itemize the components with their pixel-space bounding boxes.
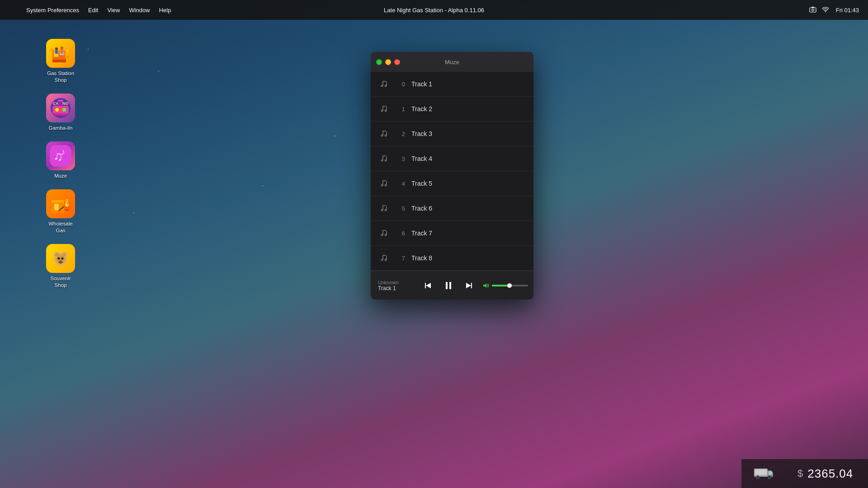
rain-dot (262, 185, 263, 186)
track-item[interactable]: 2 Track 3 (371, 122, 533, 146)
track-item[interactable]: 0 Track 1 (371, 72, 533, 97)
svg-rect-12 (55, 50, 58, 54)
svg-rect-28 (52, 200, 64, 202)
menubar-right: Fri 01:43 (809, 0, 861, 20)
svg-rect-31 (66, 199, 68, 203)
svg-marker-91 (426, 283, 431, 288)
svg-point-69 (385, 184, 387, 187)
window-close-btn[interactable] (394, 59, 400, 65)
track-item[interactable]: 3 Track 4 (371, 146, 533, 171)
track-list[interactable]: 0 Track 1 1 Track 2 (371, 72, 533, 271)
money-sign-icon: $ (797, 468, 803, 479)
muze-window-title: Muze (445, 59, 459, 66)
svg-point-72 (381, 209, 383, 211)
track-number: 3 (398, 155, 405, 162)
svg-rect-21 (54, 113, 67, 116)
menu-window[interactable]: Window (124, 0, 154, 20)
now-playing-track: Track 1 (378, 285, 414, 291)
apple-menu-icon[interactable] (7, 5, 17, 15)
souvenir-shop-icon (46, 244, 75, 273)
svg-rect-61 (382, 155, 386, 156)
svg-marker-96 (483, 283, 486, 288)
volume-knob[interactable] (507, 283, 512, 288)
music-note-icon (377, 151, 392, 166)
svg-rect-0 (810, 8, 816, 12)
svg-rect-92 (446, 282, 448, 289)
next-btn[interactable] (461, 277, 477, 294)
track-name: Track 2 (411, 105, 432, 113)
svg-point-84 (385, 259, 387, 261)
rain-dot (158, 70, 159, 71)
window-maximize-btn[interactable] (376, 59, 382, 65)
track-number: 1 (398, 106, 405, 113)
pause-btn[interactable] (440, 277, 457, 294)
svg-rect-46 (382, 81, 386, 82)
clock: Fri 01:43 (834, 0, 861, 20)
volume-fill (492, 285, 508, 286)
svg-point-43 (55, 253, 59, 257)
desktop-icon-souvenir-shop[interactable]: SouvenirShop (41, 241, 80, 291)
music-note-icon (377, 201, 392, 216)
screenshot-icon[interactable] (809, 6, 817, 14)
rain-dot (335, 136, 335, 136)
track-item[interactable]: 7 Track 8 (371, 246, 533, 271)
track-number: 4 (398, 180, 405, 187)
muze-titlebar: Muze (371, 52, 533, 72)
music-note-icon (377, 127, 392, 141)
truck-icon (754, 465, 774, 483)
svg-rect-56 (382, 131, 386, 131)
wifi-icon[interactable] (821, 6, 830, 14)
souvenir-shop-label: SouvenirShop (50, 275, 71, 289)
svg-point-39 (58, 257, 60, 259)
svg-point-100 (757, 476, 759, 478)
svg-marker-90 (425, 283, 426, 288)
menu-help[interactable]: Help (155, 0, 176, 20)
track-item[interactable]: 5 Track 6 (371, 196, 533, 221)
svg-point-44 (62, 253, 66, 257)
track-number: 6 (398, 230, 405, 237)
svg-text:♪: ♪ (61, 147, 65, 157)
window-title: Late Night Gas Station - Alpha 0.11.06 (384, 7, 484, 14)
gamba-lin-label: Gamba-lin (48, 125, 72, 131)
track-name: Track 7 (411, 230, 432, 237)
track-name: Track 8 (411, 254, 432, 262)
track-item[interactable]: 4 Track 5 (371, 171, 533, 196)
svg-point-59 (385, 135, 387, 137)
music-note-icon (377, 251, 392, 265)
track-item[interactable]: 6 Track 7 (371, 221, 533, 246)
svg-rect-51 (382, 106, 386, 107)
track-number: 5 (398, 205, 405, 212)
gas-station-shop-icon (46, 39, 75, 68)
svg-point-47 (381, 85, 383, 87)
menu-view[interactable]: View (103, 0, 124, 20)
window-minimize-btn[interactable] (385, 59, 391, 65)
prev-btn[interactable] (420, 277, 436, 294)
desktop-icon-wholesale-gas[interactable]: WholesaleGas (41, 187, 80, 237)
track-name: Track 4 (411, 155, 432, 162)
track-number: 2 (398, 131, 405, 137)
volume-bar[interactable] (492, 285, 528, 286)
volume-control[interactable] (483, 282, 528, 289)
track-item[interactable]: 1 Track 2 (371, 97, 533, 122)
svg-point-54 (385, 110, 387, 112)
gas-station-shop-label: Gas StationShop (47, 70, 74, 84)
rain-dot (88, 49, 89, 50)
svg-point-42 (60, 260, 61, 262)
svg-rect-29 (54, 204, 59, 210)
now-playing: Unknown Track 1 (378, 280, 414, 291)
menu-system-preferences[interactable]: System Preferences (22, 0, 84, 20)
svg-marker-95 (466, 283, 471, 288)
delivery-button[interactable] (741, 459, 787, 488)
menu-edit[interactable]: Edit (84, 0, 103, 20)
desktop-icons-container: Gas StationShop CASINO Gamba-lin (41, 36, 80, 291)
desktop-icon-muze[interactable]: ♫ ♪ Muze (41, 139, 80, 182)
rain-dot (133, 212, 134, 213)
desktop-icon-gamba-lin[interactable]: CASINO Gamba-lin (41, 91, 80, 134)
gamba-lin-icon: CASINO (46, 94, 75, 122)
player-bar: Unknown Track 1 (371, 271, 533, 300)
svg-point-1 (811, 9, 814, 11)
svg-rect-32 (65, 209, 69, 211)
svg-rect-103 (769, 471, 772, 475)
desktop-icon-gas-station-shop[interactable]: Gas StationShop (41, 36, 80, 86)
svg-rect-7 (50, 49, 69, 51)
